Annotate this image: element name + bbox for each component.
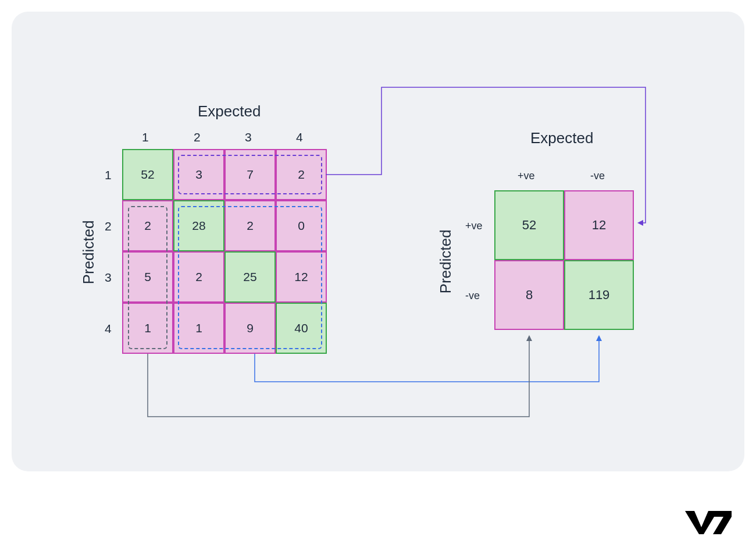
left-col-4: 4 [296, 130, 303, 144]
left-predicted-label: Predicted [80, 221, 98, 285]
left-expected-label: Expected [198, 102, 261, 120]
right-col-neg: -ve [590, 170, 605, 182]
cell-1-4: 2 [276, 149, 327, 200]
cell-3-2: 2 [173, 251, 224, 303]
left-row-4: 4 [105, 322, 112, 336]
left-col-2: 2 [194, 130, 201, 144]
left-col-1: 1 [142, 130, 149, 144]
cell-4-4: 40 [276, 303, 327, 354]
cell-1-1: 52 [122, 149, 173, 200]
binary-confusion-matrix: 52 12 8 119 [494, 190, 634, 330]
rcell-tp: 52 [494, 190, 564, 260]
cell-2-4: 0 [276, 200, 327, 251]
cell-2-3: 2 [224, 200, 276, 251]
left-row-3: 3 [105, 271, 112, 285]
cell-2-2: 28 [173, 200, 224, 251]
connector-arrows [12, 12, 744, 471]
v7-logo [684, 507, 733, 535]
cell-3-4: 12 [276, 251, 327, 303]
cell-4-2: 1 [173, 303, 224, 354]
cell-2-1: 2 [122, 200, 173, 251]
right-col-pos: +ve [518, 170, 535, 182]
multiclass-confusion-matrix: 52 3 7 2 2 28 2 0 5 2 25 12 1 1 9 40 [122, 149, 327, 354]
cell-4-1: 1 [122, 303, 173, 354]
cell-1-2: 3 [173, 149, 224, 200]
left-row-1: 1 [105, 168, 112, 182]
diagram-panel: Expected Predicted 1 2 3 4 1 2 3 4 52 3 … [12, 12, 744, 471]
rcell-tn: 119 [564, 260, 634, 330]
right-predicted-label: Predicted [437, 230, 455, 294]
cell-1-3: 7 [224, 149, 276, 200]
rcell-fp: 12 [564, 190, 634, 260]
rcell-fn: 8 [494, 260, 564, 330]
right-row-pos: +ve [465, 220, 483, 232]
cell-3-1: 5 [122, 251, 173, 303]
left-row-2: 2 [105, 219, 112, 233]
right-row-neg: -ve [465, 290, 480, 302]
right-expected-label: Expected [530, 129, 593, 147]
left-col-3: 3 [245, 130, 252, 144]
cell-4-3: 9 [224, 303, 276, 354]
cell-3-3: 25 [224, 251, 276, 303]
